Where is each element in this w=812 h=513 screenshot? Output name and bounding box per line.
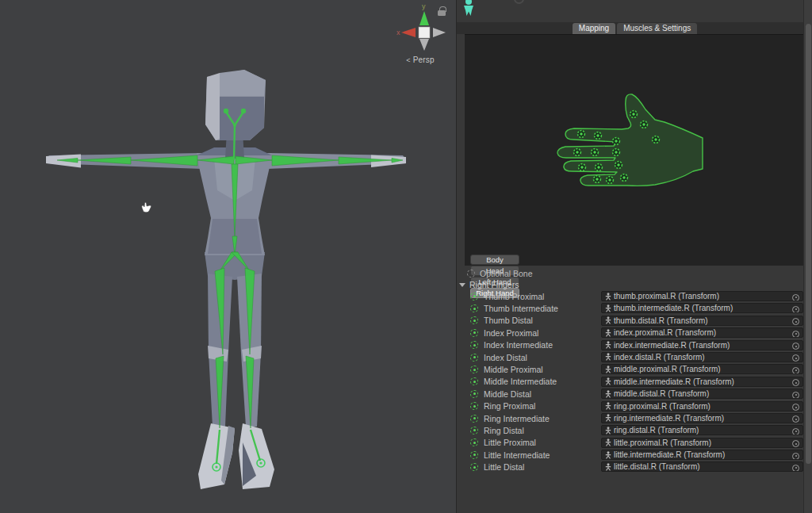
bone-object-field[interactable]: little.proximal.R (Transform) <box>601 438 803 448</box>
transform-person-icon <box>605 366 611 373</box>
transform-person-icon <box>605 414 611 422</box>
transform-person-icon <box>605 329 611 337</box>
avatar-preview[interactable]: BodyHeadLeft HandRight Hand <box>465 34 804 266</box>
object-picker-icon[interactable] <box>792 440 799 447</box>
bone-dot-icon <box>470 341 478 349</box>
object-picker-icon[interactable] <box>792 367 799 374</box>
bone-name-label: Thumb Intermediate <box>484 304 558 313</box>
object-picker-icon[interactable] <box>792 392 799 399</box>
bone-object-field[interactable]: index.distal.R (Transform) <box>601 352 803 362</box>
character-model <box>0 0 456 513</box>
bone-object-field[interactable]: ring.distal.R (Transform) <box>601 425 803 435</box>
transform-person-icon <box>605 304 611 312</box>
bone-object-field[interactable]: thumb.intermediate.R (Transform) <box>601 303 803 313</box>
transform-person-icon <box>605 463 611 471</box>
transform-person-icon <box>605 402 611 410</box>
lock-icon[interactable] <box>438 10 446 16</box>
transform-person-icon <box>605 390 611 398</box>
bone-dot-icon <box>470 329 478 337</box>
bone-row: Little Proximal little.proximal.R (Trans… <box>457 437 804 449</box>
bone-name-label: Little Distal <box>484 462 524 472</box>
optional-bone-icon <box>467 270 475 278</box>
right-fingers-foldout[interactable]: Right Fingers <box>459 279 519 290</box>
bone-dot-icon <box>470 377 478 385</box>
bone-dot-icon <box>470 427 478 435</box>
bone-object-field[interactable]: middle.distal.R (Transform) <box>601 389 803 399</box>
object-picker-icon[interactable] <box>792 306 799 313</box>
bone-object-field[interactable]: index.proximal.R (Transform) <box>601 327 803 338</box>
transform-person-icon <box>605 377 611 385</box>
transform-person-icon <box>605 427 611 435</box>
part-button-body[interactable]: Body <box>470 255 519 265</box>
bone-row: Index Proximal index.proximal.R (Transfo… <box>457 327 804 339</box>
bone-row: Thumb Proximal thumb.proximal.R (Transfo… <box>457 290 804 302</box>
transform-person-icon <box>605 316 611 324</box>
bone-object-field[interactable]: little.intermediate.R (Transform) <box>601 450 803 460</box>
bone-row: Index Intermediate index.intermediate.R … <box>457 339 804 351</box>
bone-name-label: Ring Proximal <box>484 401 535 411</box>
inspector-tab[interactable]: Mapping <box>573 23 615 34</box>
bone-dot-icon <box>470 304 478 312</box>
hand-cursor-icon <box>140 201 154 215</box>
bone-object-field[interactable]: middle.intermediate.R (Transform) <box>601 377 803 387</box>
inspector-tab[interactable]: Muscles & Settings <box>617 23 697 34</box>
scrollbar[interactable] <box>803 0 812 513</box>
optional-bone-label: Optional Bone <box>480 269 533 278</box>
bone-row: Middle Proximal middle.proximal.R (Trans… <box>457 363 804 375</box>
persp-arrow-icon: < <box>406 56 410 64</box>
hand-outline <box>557 94 703 186</box>
inspector-panel: MappingMuscles & Settings BodyHeadLeft H… <box>456 0 812 513</box>
bone-row: Middle Distal middle.distal.R (Transform… <box>457 388 804 400</box>
bone-object-field[interactable]: thumb.distal.R (Transform) <box>601 316 803 326</box>
object-picker-icon[interactable] <box>792 404 799 411</box>
avatar-icon <box>460 0 477 17</box>
object-picker-icon[interactable] <box>792 379 799 386</box>
bone-row: Little Distal little.distal.R (Transform… <box>457 461 804 473</box>
bone-name-label: Index Distal <box>484 353 527 362</box>
bone-name-label: Ring Distal <box>484 426 524 435</box>
bone-name-label: Index Proximal <box>484 328 538 338</box>
bone-name-label: Thumb Proximal <box>484 292 544 301</box>
bone-object-field[interactable]: little.distal.R (Transform) <box>601 461 803 472</box>
bone-object-field[interactable]: thumb.proximal.R (Transform) <box>601 291 803 301</box>
object-picker-icon[interactable] <box>792 294 799 301</box>
transform-person-icon <box>605 438 611 446</box>
bone-dot-icon <box>470 451 478 459</box>
object-picker-icon[interactable] <box>792 318 799 325</box>
bone-object-field[interactable]: index.intermediate.R (Transform) <box>601 340 803 350</box>
object-picker-icon[interactable] <box>792 465 799 472</box>
bone-dot-icon <box>470 463 478 471</box>
object-picker-icon[interactable] <box>792 354 799 362</box>
object-picker-icon[interactable] <box>792 331 799 338</box>
bone-name-label: Little Intermediate <box>484 450 550 460</box>
scene-view[interactable]: y x <Persp <box>0 0 456 513</box>
foldout-arrow-icon <box>459 283 465 287</box>
object-picker-icon[interactable] <box>792 453 799 460</box>
bone-list: Thumb Proximal thumb.proximal.R (Transfo… <box>457 290 804 473</box>
bone-object-field[interactable]: ring.intermediate.R (Transform) <box>601 413 803 423</box>
scrollbar-thumb[interactable] <box>806 24 811 464</box>
right-fingers-label: Right Fingers <box>469 280 519 289</box>
bone-row: Index Distal index.distal.R (Transform) <box>457 351 804 363</box>
bone-object-field[interactable]: middle.proximal.R (Transform) <box>601 364 803 374</box>
tab-bar: MappingMuscles & Settings <box>457 22 812 34</box>
object-picker-icon[interactable] <box>792 428 799 435</box>
bone-name-label: Thumb Distal <box>484 316 533 325</box>
perspective-label[interactable]: <Persp <box>396 56 444 64</box>
transform-person-icon <box>605 451 611 459</box>
bone-row: Ring Intermediate ring.intermediate.R (T… <box>457 412 804 424</box>
bone-name-label: Little Proximal <box>484 438 536 447</box>
bone-row: Middle Intermediate middle.intermediate.… <box>457 376 804 388</box>
bone-row: Little Intermediate little.intermediate.… <box>457 449 804 461</box>
header-partial-icon <box>514 0 524 4</box>
bone-dot-icon <box>470 402 478 410</box>
axis-y-label: y <box>422 2 426 10</box>
inspector-header <box>457 0 812 22</box>
bone-name-label: Middle Distal <box>484 389 531 399</box>
bone-object-field[interactable]: ring.proximal.R (Transform) <box>601 401 803 412</box>
optional-bone-row: Optional Bone <box>457 267 798 279</box>
object-picker-icon[interactable] <box>792 343 799 350</box>
bone-row: Thumb Intermediate thumb.intermediate.R … <box>457 302 804 314</box>
object-picker-icon[interactable] <box>792 415 799 423</box>
orientation-gizmo[interactable]: y x <box>393 2 456 54</box>
